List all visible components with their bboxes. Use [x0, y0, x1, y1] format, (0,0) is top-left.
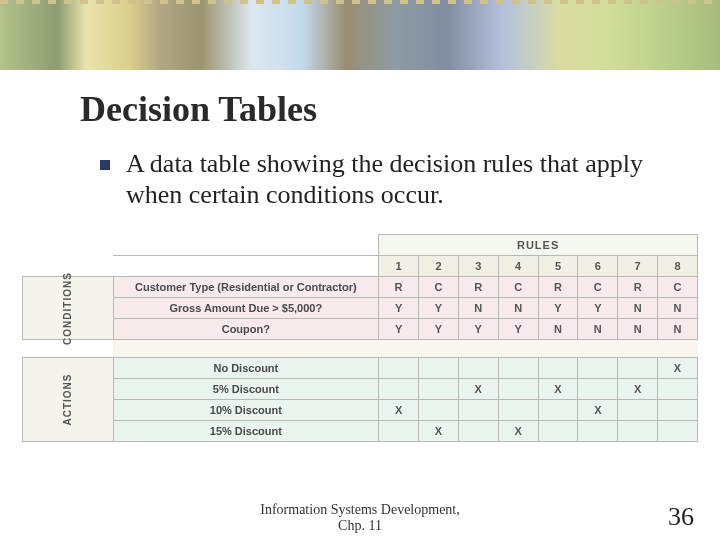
act-cell: [618, 400, 658, 421]
cond-cell: N: [538, 319, 578, 340]
condition-label: Customer Type (Residential or Contractor…: [113, 277, 379, 298]
cond-cell: C: [498, 277, 538, 298]
cond-cell: N: [658, 319, 698, 340]
slide-title: Decision Tables: [80, 88, 720, 130]
cond-cell: N: [458, 298, 498, 319]
act-cell: [498, 400, 538, 421]
act-cell: X: [379, 400, 419, 421]
act-cell: [498, 379, 538, 400]
act-cell: [578, 358, 618, 379]
cond-cell: Y: [538, 298, 578, 319]
footer: Information Systems Development, Chp. 11…: [0, 502, 720, 534]
cond-cell: Y: [419, 298, 459, 319]
act-cell: [379, 421, 419, 442]
spacer-row: [23, 340, 698, 358]
act-cell: X: [618, 379, 658, 400]
action-row: ACTIONS No Discount X: [23, 358, 698, 379]
act-cell: [379, 379, 419, 400]
act-cell: [458, 421, 498, 442]
rule-col-4: 4: [498, 256, 538, 277]
action-row: 10% Discount X X: [23, 400, 698, 421]
cond-cell: N: [498, 298, 538, 319]
act-cell: X: [658, 358, 698, 379]
action-row: 15% Discount X X: [23, 421, 698, 442]
condition-row: Gross Amount Due > $5,000? Y Y N N Y Y N…: [23, 298, 698, 319]
act-cell: [658, 421, 698, 442]
act-cell: [578, 379, 618, 400]
bullet-row: A data table showing the decision rules …: [100, 148, 652, 210]
act-cell: X: [538, 379, 578, 400]
action-label: 5% Discount: [113, 379, 379, 400]
condition-label: Coupon?: [113, 319, 379, 340]
rule-col-8: 8: [658, 256, 698, 277]
action-label: 15% Discount: [113, 421, 379, 442]
act-cell: [458, 400, 498, 421]
conditions-side-label: CONDITIONS: [23, 277, 114, 340]
act-cell: [538, 400, 578, 421]
act-cell: X: [578, 400, 618, 421]
action-label: No Discount: [113, 358, 379, 379]
cond-cell: R: [379, 277, 419, 298]
cond-cell: Y: [419, 319, 459, 340]
cond-cell: Y: [379, 298, 419, 319]
act-cell: X: [419, 421, 459, 442]
act-cell: X: [498, 421, 538, 442]
rule-numbers-row: 1 2 3 4 5 6 7 8: [23, 256, 698, 277]
footer-source: Information Systems Development, Chp. 11: [260, 502, 459, 534]
condition-row: CONDITIONS Customer Type (Residential or…: [23, 277, 698, 298]
cond-cell: R: [618, 277, 658, 298]
act-cell: [419, 400, 459, 421]
act-cell: [498, 358, 538, 379]
cond-cell: C: [419, 277, 459, 298]
cond-cell: N: [618, 319, 658, 340]
condition-row: Coupon? Y Y Y Y N N N N: [23, 319, 698, 340]
act-cell: [538, 358, 578, 379]
cond-cell: Y: [578, 298, 618, 319]
act-cell: [419, 358, 459, 379]
act-cell: X: [458, 379, 498, 400]
rule-col-6: 6: [578, 256, 618, 277]
bullet-text: A data table showing the decision rules …: [126, 148, 652, 210]
cond-cell: N: [658, 298, 698, 319]
cond-cell: N: [618, 298, 658, 319]
decision-table-wrap: RULES 1 2 3 4 5 6 7 8 CONDITIONS Custome…: [22, 234, 698, 442]
decision-table: RULES 1 2 3 4 5 6 7 8 CONDITIONS Custome…: [22, 234, 698, 442]
act-cell: [419, 379, 459, 400]
page-number: 36: [668, 502, 694, 532]
act-cell: [658, 400, 698, 421]
act-cell: [658, 379, 698, 400]
act-cell: [458, 358, 498, 379]
rules-header: RULES: [379, 235, 698, 256]
rule-col-3: 3: [458, 256, 498, 277]
rule-col-7: 7: [618, 256, 658, 277]
cond-cell: C: [658, 277, 698, 298]
condition-label: Gross Amount Due > $5,000?: [113, 298, 379, 319]
rule-col-1: 1: [379, 256, 419, 277]
act-cell: [618, 421, 658, 442]
act-cell: [379, 358, 419, 379]
cond-cell: Y: [458, 319, 498, 340]
act-cell: [618, 358, 658, 379]
act-cell: [538, 421, 578, 442]
decorative-banner: [0, 0, 720, 70]
square-bullet-icon: [100, 160, 110, 170]
actions-side-label: ACTIONS: [23, 358, 114, 442]
rules-header-row: RULES: [23, 235, 698, 256]
cond-cell: N: [578, 319, 618, 340]
cond-cell: R: [458, 277, 498, 298]
rule-col-5: 5: [538, 256, 578, 277]
cond-cell: Y: [379, 319, 419, 340]
cond-cell: Y: [498, 319, 538, 340]
rule-col-2: 2: [419, 256, 459, 277]
cond-cell: C: [578, 277, 618, 298]
act-cell: [578, 421, 618, 442]
cond-cell: R: [538, 277, 578, 298]
action-label: 10% Discount: [113, 400, 379, 421]
action-row: 5% Discount X X X: [23, 379, 698, 400]
